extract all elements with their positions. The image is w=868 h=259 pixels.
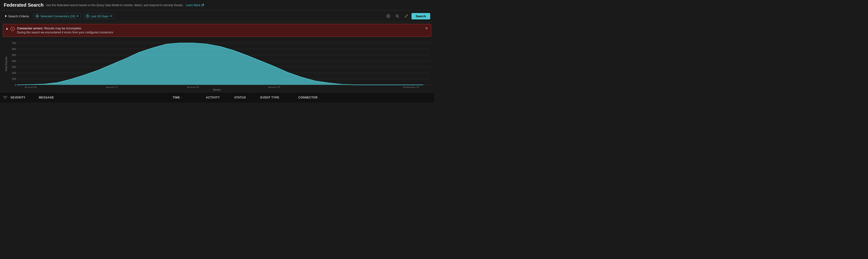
svg-point-24 [12, 30, 13, 30]
x-label-aug4: August 04 [25, 86, 36, 88]
toolbar-left: Search Criteria Selected Connectors (33) [4, 13, 382, 19]
svg-point-3 [35, 16, 36, 17]
search-criteria-button[interactable]: Search Criteria [4, 13, 30, 19]
svg-line-18 [398, 17, 399, 18]
zoom-button[interactable] [394, 12, 401, 20]
status-label: STATUS [234, 96, 246, 99]
col-header-event-type: EVENT TYPE [260, 96, 298, 99]
edit-button[interactable] [402, 12, 410, 20]
connectors-icon [35, 14, 39, 18]
cancel-search-button[interactable] [384, 12, 392, 20]
time-range-label: Last 30 Days [91, 14, 108, 18]
time-label: TIME [173, 96, 180, 99]
svg-text:500: 500 [12, 54, 16, 56]
x-label-aug11: August 11 [106, 86, 118, 88]
x-label-aug25: August 25 [269, 86, 280, 88]
activity-label: ACTIVITY [206, 96, 220, 99]
x-label-sep1: September 01 [403, 86, 419, 88]
x-label-aug18: August 18 [187, 86, 199, 88]
svg-point-6 [37, 17, 37, 18]
col-header-activity: ACTIVITY [206, 96, 234, 99]
error-subtitle: During this search we encountered 4 erro… [17, 31, 428, 34]
connector-label: CONNECTOR [298, 96, 318, 99]
time-range-button[interactable]: Last 30 Days [84, 13, 114, 19]
page-header: Federated Search Use this federated sear… [0, 0, 434, 10]
connectors-chevron-icon [77, 15, 79, 17]
chevron-right-icon [5, 15, 7, 17]
cancel-icon [386, 14, 390, 18]
external-link-icon [202, 4, 204, 6]
col-header-connector: CONNECTOR [298, 96, 432, 99]
chart-area: Total Results 700 600 500 400 300 [0, 39, 434, 92]
connectors-label: Selected Connectors (33) [40, 14, 75, 18]
search-button[interactable]: Search [411, 13, 430, 20]
chart-inner: 700 600 500 400 300 200 100 [7, 40, 430, 88]
svg-line-13 [87, 16, 88, 17]
svg-text:0: 0 [15, 83, 16, 86]
svg-text:600: 600 [12, 47, 16, 51]
error-title-bold: Connector errors: [17, 27, 43, 30]
svg-text:200: 200 [12, 71, 16, 74]
col-header-message: MESSAGE [39, 96, 173, 99]
search-toolbar: Search Criteria Selected Connectors (33) [0, 10, 434, 22]
col-header-severity: SEVERITY [10, 96, 39, 99]
svg-text:300: 300 [12, 66, 16, 68]
message-label: MESSAGE [39, 96, 54, 99]
filter-button[interactable] [2, 94, 8, 101]
svg-point-5 [37, 14, 37, 15]
error-expand-icon[interactable] [6, 28, 8, 30]
page-title: Federated Search [4, 2, 43, 8]
learn-more-label: Learn More [186, 4, 200, 7]
svg-text:700: 700 [12, 41, 16, 44]
time-chevron-icon [110, 15, 112, 17]
error-title: Connector errors: Results may be incompl… [17, 27, 428, 30]
event-type-label: EVENT TYPE [260, 96, 279, 99]
error-close-button[interactable]: ✕ [425, 27, 428, 30]
col-header-time[interactable]: TIME ↓ [173, 96, 206, 99]
chart-svg: 700 600 500 400 300 200 100 [7, 40, 430, 88]
error-content: Connector errors: Results may be incompl… [17, 27, 428, 34]
svg-point-4 [38, 16, 39, 17]
warning-icon [10, 27, 15, 32]
table-header: SEVERITY MESSAGE TIME ↓ ACTIVITY STATUS … [0, 92, 434, 102]
filter-icon [3, 96, 7, 99]
svg-text:100: 100 [12, 77, 16, 80]
clock-icon [86, 14, 89, 18]
toolbar-right: Search [384, 12, 430, 20]
y-axis-label: Total Results [4, 40, 7, 88]
severity-label: SEVERITY [10, 96, 25, 99]
chart-container: Total Results 700 600 500 400 300 [4, 40, 430, 88]
svg-point-2 [36, 15, 38, 17]
svg-text:400: 400 [12, 59, 16, 62]
time-sort-icon: ↓ [181, 96, 183, 99]
search-button-label: Search [416, 14, 426, 18]
page-description: Use this federated search based on the Q… [46, 4, 183, 7]
learn-more-link[interactable]: Learn More [186, 4, 204, 7]
edit-icon [404, 14, 408, 18]
x-axis-label: Weeks [4, 88, 430, 92]
selected-connectors-button[interactable]: Selected Connectors (33) [33, 13, 81, 19]
error-banner: Connector errors: Results may be incompl… [3, 24, 431, 37]
search-criteria-label: Search Criteria [8, 14, 29, 18]
error-title-rest: Results may be incomplete. [43, 27, 82, 30]
col-header-status: STATUS [234, 96, 260, 99]
chart-fill [17, 43, 430, 85]
zoom-icon [395, 14, 399, 18]
